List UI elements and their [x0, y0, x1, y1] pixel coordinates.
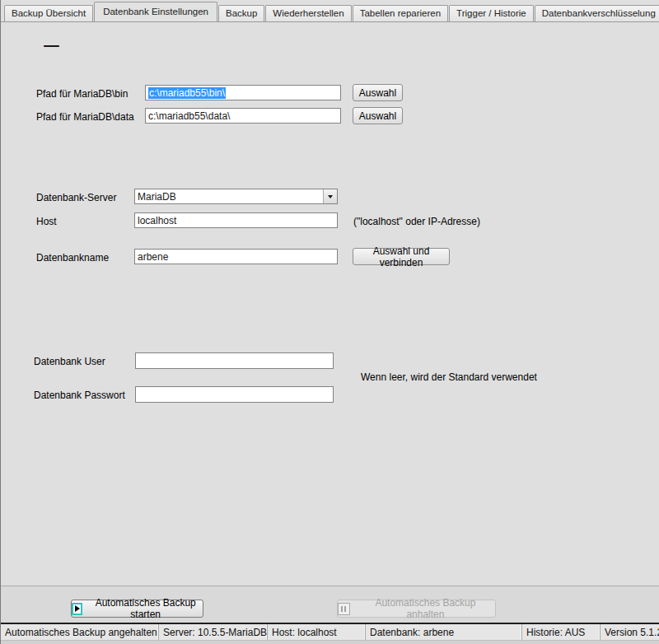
host-input[interactable]: localhost	[134, 212, 338, 228]
start-auto-backup-label: Automatisches Backup starten	[88, 597, 203, 620]
status-bar: Automatisches Backup angehalten Server: …	[1, 624, 659, 640]
bottom-strip	[1, 640, 659, 644]
divider-line	[44, 45, 59, 47]
path-bin-input[interactable]: c:\mariadb55\bin\	[145, 85, 341, 100]
dbname-select-connect-button[interactable]: Auswahl und verbinden	[353, 248, 450, 265]
path-data-browse-button[interactable]: Auswahl	[353, 107, 403, 124]
host-value: localhost	[138, 215, 176, 226]
action-panel: Automatisches Backup starten Automatisch…	[1, 586, 659, 623]
status-host: Host: localhost	[268, 624, 366, 640]
server-label: Datenbank-Server	[36, 192, 116, 203]
tab-backup[interactable]: Backup	[218, 5, 264, 21]
tab-datenbankverschluesselung[interactable]: Datenbankverschlüsselung	[535, 5, 659, 21]
status-backup-state: Automatisches Backup angehalten	[1, 624, 159, 640]
path-data-value: c:\mariadb55\data\	[148, 110, 230, 122]
dbname-label: Datenbankname	[36, 252, 109, 264]
path-bin-browse-button[interactable]: Auswahl	[353, 84, 403, 101]
play-icon	[72, 603, 82, 615]
db-password-label: Datenbank Passwort	[34, 390, 125, 401]
chevron-down-icon[interactable]	[323, 189, 337, 203]
dbname-input[interactable]: arbene	[134, 249, 338, 264]
tab-content-panel: Pfad für MariaDB\bin c:\mariadb55\bin\ A…	[1, 22, 659, 586]
app-window: { "tabs": [ { "label": "Backup Übersicht…	[0, 0, 659, 644]
tab-trigger-historie[interactable]: Trigger / Historie	[449, 5, 534, 21]
tab-bar: Backup Übersicht Datenbank Einstellungen…	[1, 0, 659, 22]
stop-auto-backup-label: Automatisches Backup anhalten	[356, 597, 495, 620]
status-history: Historie: AUS	[522, 624, 601, 640]
db-password-input[interactable]	[135, 386, 334, 403]
dbname-value: arbene	[138, 251, 168, 263]
db-user-label: Datenbank User	[34, 356, 105, 367]
path-data-label: Pfad für MariaDB\data	[36, 111, 134, 123]
status-database: Datenbank: arbene	[366, 624, 522, 640]
tab-backup-uebersicht[interactable]: Backup Übersicht	[4, 5, 93, 21]
db-user-input[interactable]	[135, 352, 334, 369]
start-auto-backup-button[interactable]: Automatisches Backup starten	[71, 600, 203, 618]
path-data-input[interactable]: c:\mariadb55\data\	[145, 108, 341, 124]
host-note: ("localhost" oder IP-Adresse)	[353, 216, 480, 227]
tab-wiederherstellen[interactable]: Wiederherstellen	[265, 5, 351, 21]
status-server-version: Server: 10.5.5-MariaDB	[159, 624, 268, 640]
host-label: Host	[36, 216, 57, 227]
pause-icon	[338, 603, 350, 615]
default-credentials-hint: Wenn leer, wird der Standard verwendet	[361, 371, 537, 383]
server-select[interactable]: MariaDB	[134, 189, 338, 204]
path-bin-label: Pfad für MariaDB\bin	[36, 88, 128, 100]
stop-auto-backup-button: Automatisches Backup anhalten	[337, 600, 496, 618]
tab-datenbank-einstellungen[interactable]: Datenbank Einstellungen	[94, 2, 217, 22]
tab-tabellen-reparieren[interactable]: Tabellen reparieren	[353, 5, 448, 21]
status-version: Version 5.1.2	[601, 624, 659, 640]
path-bin-value: c:\mariadb55\bin\	[148, 87, 226, 99]
server-selected-value: MariaDB	[138, 191, 176, 203]
